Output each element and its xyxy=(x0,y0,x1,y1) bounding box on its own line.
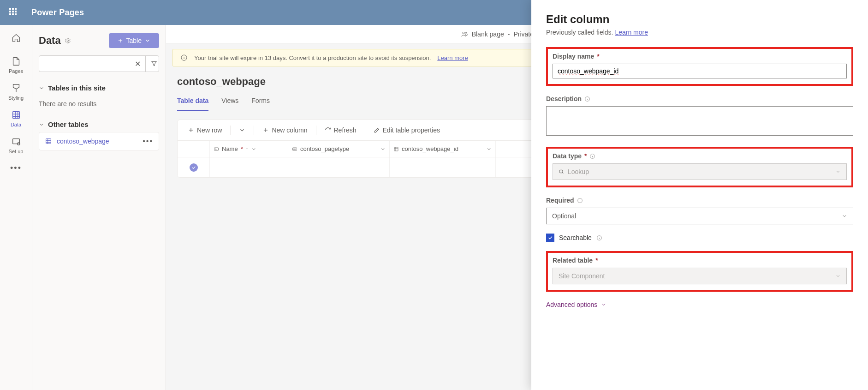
gear-icon[interactable] xyxy=(65,37,71,44)
edit-table-properties-button[interactable]: Edit table properties xyxy=(370,125,444,136)
no-results-text: There are no results xyxy=(39,96,159,117)
info-icon xyxy=(180,54,188,61)
section-other-tables[interactable]: Other tables xyxy=(39,117,159,132)
svg-rect-10 xyxy=(214,148,219,150)
column-header-name[interactable]: Name* ↑ xyxy=(210,141,288,157)
app-launcher-icon[interactable] xyxy=(9,8,18,17)
info-icon xyxy=(584,96,590,102)
search-icon xyxy=(559,169,564,174)
new-column-button[interactable]: New column xyxy=(259,125,311,136)
plus-icon xyxy=(117,37,124,44)
chevron-down-icon xyxy=(251,146,256,152)
chevron-down-icon xyxy=(835,169,841,174)
description-input[interactable] xyxy=(546,106,853,136)
panel-subtitle: Previously called fields. Learn more xyxy=(546,29,853,36)
new-row-dropdown[interactable] xyxy=(235,125,249,135)
chevron-down-icon xyxy=(835,273,841,279)
info-icon xyxy=(577,198,583,204)
row-selected-icon[interactable] xyxy=(190,163,198,172)
chevron-down-icon xyxy=(486,146,492,152)
chevron-down-icon xyxy=(39,85,44,91)
panel-learn-more-link[interactable]: Learn more xyxy=(615,29,648,36)
related-table-select: Site Component xyxy=(553,268,847,284)
add-table-button[interactable]: Table xyxy=(109,33,159,48)
chevron-down-icon xyxy=(601,302,606,307)
refresh-icon xyxy=(325,127,331,133)
chevron-down-icon xyxy=(842,213,847,219)
section-tables-in-site[interactable]: Tables in this site xyxy=(39,80,159,96)
app-title: Power Pages xyxy=(31,8,84,18)
info-icon xyxy=(589,153,595,159)
advanced-options-toggle[interactable]: Advanced options xyxy=(546,301,853,308)
description-field: Description xyxy=(546,95,853,138)
column-header-pagetype[interactable]: contoso_pagetype xyxy=(288,141,390,157)
svg-rect-0 xyxy=(12,112,19,119)
searchable-checkbox[interactable] xyxy=(546,234,554,242)
svg-point-3 xyxy=(67,40,69,42)
search-input[interactable] xyxy=(49,60,130,67)
tab-table-data[interactable]: Table data xyxy=(177,93,208,111)
tab-views[interactable]: Views xyxy=(221,93,238,111)
svg-rect-1 xyxy=(12,139,19,144)
chevron-down-icon xyxy=(239,127,245,133)
sidebar-search[interactable]: ✕ xyxy=(39,55,159,72)
sidebar-title: Data xyxy=(39,35,71,47)
svg-rect-12 xyxy=(394,147,398,151)
rail-more-icon[interactable]: ••• xyxy=(10,159,22,178)
refresh-button[interactable]: Refresh xyxy=(321,125,360,136)
data-type-field: Data type* Lookup xyxy=(546,147,853,187)
svg-point-15 xyxy=(559,170,563,173)
svg-point-7 xyxy=(465,32,467,33)
required-select[interactable]: Optional xyxy=(546,208,853,224)
column-header-select[interactable] xyxy=(178,141,210,157)
tab-forms[interactable]: Forms xyxy=(251,93,270,111)
edit-column-panel: Edit column Previously called fields. Le… xyxy=(531,0,868,390)
chevron-down-icon xyxy=(144,37,151,44)
rail-item-data[interactable]: Data xyxy=(0,105,32,132)
text-type-icon xyxy=(214,146,219,152)
display-name-field: Display name* xyxy=(546,47,853,86)
searchable-field: Searchable xyxy=(546,234,853,242)
info-icon xyxy=(596,235,602,241)
rail-item-styling[interactable]: Styling xyxy=(0,78,32,105)
data-sidebar: Data Table ✕ Tables in this site There a… xyxy=(32,25,166,390)
panel-title: Edit column xyxy=(546,13,853,26)
chevron-down-icon xyxy=(39,122,44,127)
related-table-field: Related table* Site Component xyxy=(546,251,853,292)
edit-icon xyxy=(374,127,380,133)
new-row-button[interactable]: New row xyxy=(184,125,226,136)
plus-icon xyxy=(262,127,269,133)
svg-rect-8 xyxy=(465,34,467,35)
rail-item-pages[interactable]: Pages xyxy=(0,52,32,78)
table-icon xyxy=(45,138,52,145)
number-type-icon xyxy=(292,146,297,152)
people-lock-icon xyxy=(461,30,468,38)
home-icon[interactable] xyxy=(12,33,21,42)
svg-point-6 xyxy=(463,32,464,34)
svg-rect-5 xyxy=(46,139,51,144)
left-rail: Pages Styling Data Set up ••• xyxy=(0,25,32,390)
data-type-select: Lookup xyxy=(553,163,847,180)
chevron-down-icon xyxy=(380,146,386,152)
more-actions-icon[interactable]: ••• xyxy=(143,137,153,145)
lookup-type-icon xyxy=(393,146,399,152)
trial-learn-more-link[interactable]: Learn more xyxy=(437,54,468,61)
display-name-input[interactable] xyxy=(553,64,847,78)
clear-search-icon[interactable]: ✕ xyxy=(130,60,145,68)
rail-item-setup[interactable]: Set up xyxy=(0,132,32,159)
column-header-webpage-id[interactable]: contoso_webpage_id xyxy=(390,141,496,157)
required-field: Required Optional xyxy=(546,197,853,224)
filter-icon[interactable] xyxy=(145,56,162,72)
plus-icon xyxy=(188,127,194,133)
svg-rect-11 xyxy=(293,148,297,150)
table-list-item[interactable]: contoso_webpage ••• xyxy=(39,132,159,150)
